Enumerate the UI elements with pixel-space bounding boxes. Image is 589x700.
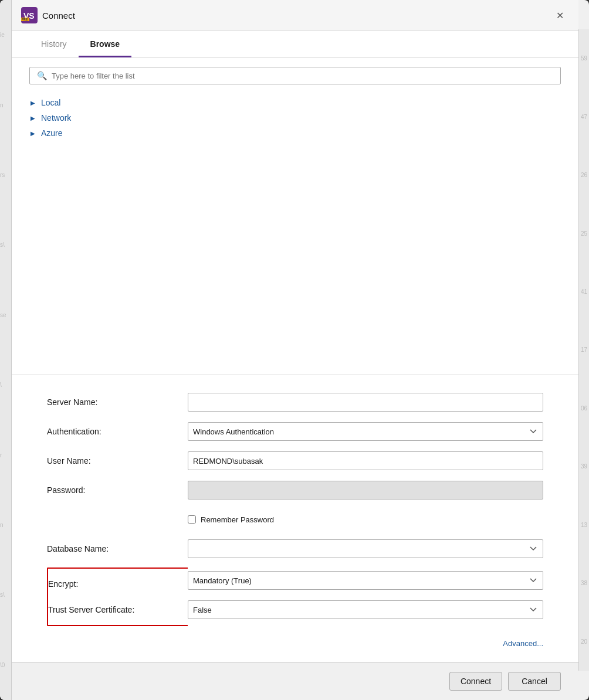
password-row: Password: bbox=[47, 480, 543, 501]
encrypt-trust-controls: Mandatory (True) Optional (False) Strict… bbox=[188, 568, 543, 634]
authentication-row: Authentication: Windows Authentication S… bbox=[47, 421, 543, 442]
encrypt-control-row: Mandatory (True) Optional (False) Strict… bbox=[188, 570, 543, 591]
authentication-select[interactable]: Windows Authentication SQL Server Authen… bbox=[188, 422, 543, 441]
encrypt-label-row: Encrypt: bbox=[48, 571, 178, 597]
server-name-input[interactable] bbox=[188, 393, 543, 412]
encrypt-trust-container: Encrypt: Trust Server Certificate: Manda… bbox=[47, 568, 543, 634]
svg-text:PRE: PRE bbox=[22, 18, 28, 21]
bottom-actions: Connect Cancel bbox=[12, 662, 578, 700]
password-label: Password: bbox=[47, 485, 188, 495]
server-name-label: Server Name: bbox=[47, 397, 188, 407]
title-bar: VS PRE Connect ✕ bbox=[12, 0, 578, 31]
remember-password-label: Remember Password bbox=[201, 515, 274, 524]
trust-cert-label: Trust Server Certificate: bbox=[48, 605, 134, 614]
cancel-button[interactable]: Cancel bbox=[508, 672, 561, 691]
tab-browse[interactable]: Browse bbox=[79, 31, 132, 57]
search-section: 🔍 bbox=[12, 57, 578, 91]
trust-label-row: Trust Server Certificate: bbox=[48, 597, 178, 623]
trust-cert-select[interactable]: False True bbox=[188, 600, 543, 619]
content-area: 🔍 ▶ Local ▶ Network ▶ Azure bbox=[12, 57, 578, 662]
search-box: 🔍 bbox=[29, 67, 561, 84]
chevron-right-icon: ▶ bbox=[31, 100, 38, 106]
remember-password-row: Remember Password bbox=[47, 509, 543, 530]
search-input[interactable] bbox=[52, 72, 553, 80]
password-input[interactable] bbox=[188, 481, 543, 499]
tree-item-label: Azure bbox=[41, 128, 63, 138]
username-row: User Name: bbox=[47, 450, 543, 471]
encrypt-label: Encrypt: bbox=[48, 579, 78, 589]
close-button[interactable]: ✕ bbox=[550, 6, 569, 25]
dialog-title: Connect bbox=[42, 11, 75, 21]
app-icon: VS PRE bbox=[21, 7, 38, 23]
advanced-row: Advanced... bbox=[47, 639, 543, 648]
server-name-row: Server Name: bbox=[47, 392, 543, 413]
username-label: User Name: bbox=[47, 456, 188, 465]
tree-section: ▶ Local ▶ Network ▶ Azure bbox=[12, 91, 578, 375]
form-section: Server Name: Authentication: Windows Aut… bbox=[12, 375, 578, 662]
search-icon: 🔍 bbox=[37, 71, 47, 80]
connect-button[interactable]: Connect bbox=[449, 672, 502, 691]
tab-history[interactable]: History bbox=[29, 31, 79, 57]
left-edge-decoration: ie n rs s\ se \ r n s\ \0 bbox=[0, 0, 12, 700]
tree-item-azure[interactable]: ▶ Azure bbox=[29, 125, 561, 141]
database-name-select[interactable] bbox=[188, 539, 543, 558]
right-edge-decoration: 59 47 26 25 41 17 06 39 13 38 20 bbox=[578, 29, 589, 671]
remember-password-wrap: Remember Password bbox=[188, 515, 543, 524]
tree-item-label: Network bbox=[41, 113, 71, 123]
authentication-label: Authentication: bbox=[47, 427, 188, 436]
remember-password-checkbox[interactable] bbox=[188, 515, 196, 524]
trust-cert-control-row: False True bbox=[188, 599, 543, 620]
tabs-container: History Browse bbox=[12, 31, 578, 57]
database-name-row: Database Name: bbox=[47, 538, 543, 559]
chevron-right-icon: ▶ bbox=[31, 130, 38, 137]
encrypt-select[interactable]: Mandatory (True) Optional (False) Strict… bbox=[188, 571, 543, 590]
tree-item-local[interactable]: ▶ Local bbox=[29, 95, 561, 110]
tree-item-network[interactable]: ▶ Network bbox=[29, 110, 561, 125]
database-name-label: Database Name: bbox=[47, 544, 188, 553]
advanced-button[interactable]: Advanced... bbox=[503, 639, 543, 648]
username-input[interactable] bbox=[188, 451, 543, 470]
tree-item-label: Local bbox=[41, 98, 60, 107]
chevron-right-icon: ▶ bbox=[31, 115, 38, 121]
